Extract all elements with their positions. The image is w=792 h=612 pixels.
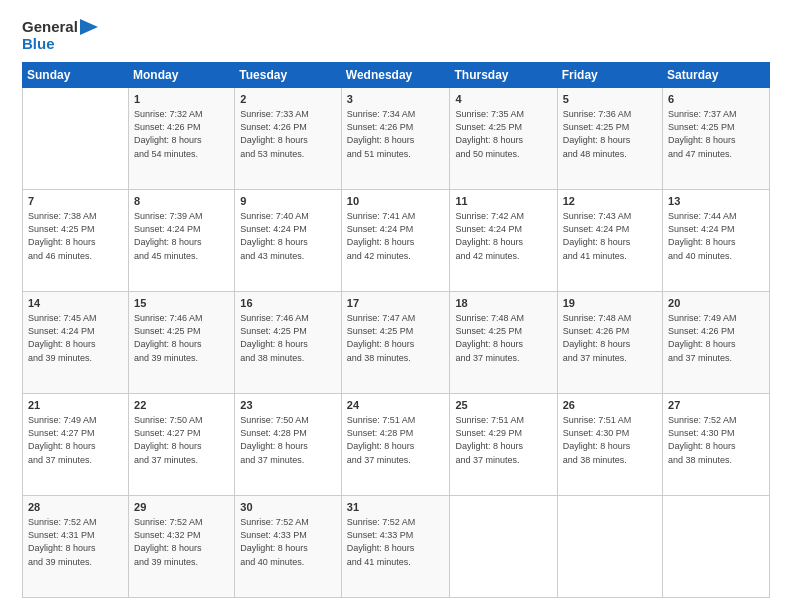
day-number: 9	[240, 194, 336, 209]
day-info: Sunrise: 7:41 AM Sunset: 4:24 PM Dayligh…	[347, 210, 445, 262]
day-number: 16	[240, 296, 336, 311]
day-cell	[450, 496, 557, 598]
day-number: 26	[563, 398, 657, 413]
day-cell: 21Sunrise: 7:49 AM Sunset: 4:27 PM Dayli…	[23, 394, 129, 496]
day-cell: 13Sunrise: 7:44 AM Sunset: 4:24 PM Dayli…	[663, 190, 770, 292]
day-info: Sunrise: 7:33 AM Sunset: 4:26 PM Dayligh…	[240, 108, 336, 160]
day-number: 30	[240, 500, 336, 515]
day-cell: 25Sunrise: 7:51 AM Sunset: 4:29 PM Dayli…	[450, 394, 557, 496]
day-cell: 30Sunrise: 7:52 AM Sunset: 4:33 PM Dayli…	[235, 496, 342, 598]
weekday-header-saturday: Saturday	[663, 63, 770, 88]
day-info: Sunrise: 7:52 AM Sunset: 4:32 PM Dayligh…	[134, 516, 229, 568]
day-number: 7	[28, 194, 123, 209]
day-number: 14	[28, 296, 123, 311]
day-info: Sunrise: 7:42 AM Sunset: 4:24 PM Dayligh…	[455, 210, 551, 262]
day-cell: 18Sunrise: 7:48 AM Sunset: 4:25 PM Dayli…	[450, 292, 557, 394]
day-info: Sunrise: 7:52 AM Sunset: 4:30 PM Dayligh…	[668, 414, 764, 466]
day-cell: 14Sunrise: 7:45 AM Sunset: 4:24 PM Dayli…	[23, 292, 129, 394]
day-cell: 10Sunrise: 7:41 AM Sunset: 4:24 PM Dayli…	[341, 190, 450, 292]
weekday-header-row: SundayMondayTuesdayWednesdayThursdayFrid…	[23, 63, 770, 88]
day-number: 21	[28, 398, 123, 413]
day-cell: 26Sunrise: 7:51 AM Sunset: 4:30 PM Dayli…	[557, 394, 662, 496]
day-number: 3	[347, 92, 445, 107]
day-info: Sunrise: 7:39 AM Sunset: 4:24 PM Dayligh…	[134, 210, 229, 262]
day-info: Sunrise: 7:50 AM Sunset: 4:28 PM Dayligh…	[240, 414, 336, 466]
weekday-header-friday: Friday	[557, 63, 662, 88]
weekday-header-monday: Monday	[129, 63, 235, 88]
weekday-header-tuesday: Tuesday	[235, 63, 342, 88]
day-cell	[557, 496, 662, 598]
day-info: Sunrise: 7:51 AM Sunset: 4:28 PM Dayligh…	[347, 414, 445, 466]
day-info: Sunrise: 7:47 AM Sunset: 4:25 PM Dayligh…	[347, 312, 445, 364]
day-number: 17	[347, 296, 445, 311]
logo-arrow-icon	[80, 19, 98, 35]
day-info: Sunrise: 7:32 AM Sunset: 4:26 PM Dayligh…	[134, 108, 229, 160]
day-cell: 11Sunrise: 7:42 AM Sunset: 4:24 PM Dayli…	[450, 190, 557, 292]
logo-text: General Blue	[22, 18, 98, 52]
day-info: Sunrise: 7:52 AM Sunset: 4:33 PM Dayligh…	[240, 516, 336, 568]
week-row-2: 7Sunrise: 7:38 AM Sunset: 4:25 PM Daylig…	[23, 190, 770, 292]
day-info: Sunrise: 7:46 AM Sunset: 4:25 PM Dayligh…	[240, 312, 336, 364]
day-number: 4	[455, 92, 551, 107]
day-number: 27	[668, 398, 764, 413]
day-cell: 5Sunrise: 7:36 AM Sunset: 4:25 PM Daylig…	[557, 88, 662, 190]
day-cell: 31Sunrise: 7:52 AM Sunset: 4:33 PM Dayli…	[341, 496, 450, 598]
day-info: Sunrise: 7:35 AM Sunset: 4:25 PM Dayligh…	[455, 108, 551, 160]
day-number: 13	[668, 194, 764, 209]
day-info: Sunrise: 7:46 AM Sunset: 4:25 PM Dayligh…	[134, 312, 229, 364]
day-number: 31	[347, 500, 445, 515]
day-info: Sunrise: 7:49 AM Sunset: 4:26 PM Dayligh…	[668, 312, 764, 364]
day-info: Sunrise: 7:48 AM Sunset: 4:25 PM Dayligh…	[455, 312, 551, 364]
day-cell: 12Sunrise: 7:43 AM Sunset: 4:24 PM Dayli…	[557, 190, 662, 292]
day-cell: 1Sunrise: 7:32 AM Sunset: 4:26 PM Daylig…	[129, 88, 235, 190]
day-number: 1	[134, 92, 229, 107]
day-info: Sunrise: 7:36 AM Sunset: 4:25 PM Dayligh…	[563, 108, 657, 160]
day-info: Sunrise: 7:34 AM Sunset: 4:26 PM Dayligh…	[347, 108, 445, 160]
svg-marker-0	[80, 19, 98, 35]
day-info: Sunrise: 7:48 AM Sunset: 4:26 PM Dayligh…	[563, 312, 657, 364]
day-info: Sunrise: 7:49 AM Sunset: 4:27 PM Dayligh…	[28, 414, 123, 466]
day-number: 2	[240, 92, 336, 107]
day-number: 28	[28, 500, 123, 515]
day-cell: 23Sunrise: 7:50 AM Sunset: 4:28 PM Dayli…	[235, 394, 342, 496]
day-cell: 16Sunrise: 7:46 AM Sunset: 4:25 PM Dayli…	[235, 292, 342, 394]
week-row-1: 1Sunrise: 7:32 AM Sunset: 4:26 PM Daylig…	[23, 88, 770, 190]
day-number: 5	[563, 92, 657, 107]
week-row-3: 14Sunrise: 7:45 AM Sunset: 4:24 PM Dayli…	[23, 292, 770, 394]
day-info: Sunrise: 7:51 AM Sunset: 4:29 PM Dayligh…	[455, 414, 551, 466]
day-number: 22	[134, 398, 229, 413]
day-info: Sunrise: 7:43 AM Sunset: 4:24 PM Dayligh…	[563, 210, 657, 262]
day-info: Sunrise: 7:52 AM Sunset: 4:33 PM Dayligh…	[347, 516, 445, 568]
day-cell: 4Sunrise: 7:35 AM Sunset: 4:25 PM Daylig…	[450, 88, 557, 190]
day-cell: 22Sunrise: 7:50 AM Sunset: 4:27 PM Dayli…	[129, 394, 235, 496]
day-number: 15	[134, 296, 229, 311]
page: General Blue SundayMondayTuesdayWednesda…	[0, 0, 792, 612]
day-info: Sunrise: 7:52 AM Sunset: 4:31 PM Dayligh…	[28, 516, 123, 568]
day-cell: 7Sunrise: 7:38 AM Sunset: 4:25 PM Daylig…	[23, 190, 129, 292]
day-number: 12	[563, 194, 657, 209]
day-cell: 6Sunrise: 7:37 AM Sunset: 4:25 PM Daylig…	[663, 88, 770, 190]
day-info: Sunrise: 7:50 AM Sunset: 4:27 PM Dayligh…	[134, 414, 229, 466]
day-number: 25	[455, 398, 551, 413]
calendar: SundayMondayTuesdayWednesdayThursdayFrid…	[22, 62, 770, 598]
day-cell: 29Sunrise: 7:52 AM Sunset: 4:32 PM Dayli…	[129, 496, 235, 598]
header: General Blue	[22, 18, 770, 52]
day-cell: 2Sunrise: 7:33 AM Sunset: 4:26 PM Daylig…	[235, 88, 342, 190]
day-number: 20	[668, 296, 764, 311]
day-number: 24	[347, 398, 445, 413]
day-info: Sunrise: 7:38 AM Sunset: 4:25 PM Dayligh…	[28, 210, 123, 262]
day-cell: 17Sunrise: 7:47 AM Sunset: 4:25 PM Dayli…	[341, 292, 450, 394]
day-number: 10	[347, 194, 445, 209]
day-info: Sunrise: 7:45 AM Sunset: 4:24 PM Dayligh…	[28, 312, 123, 364]
day-info: Sunrise: 7:51 AM Sunset: 4:30 PM Dayligh…	[563, 414, 657, 466]
day-number: 19	[563, 296, 657, 311]
day-cell: 24Sunrise: 7:51 AM Sunset: 4:28 PM Dayli…	[341, 394, 450, 496]
day-cell: 19Sunrise: 7:48 AM Sunset: 4:26 PM Dayli…	[557, 292, 662, 394]
logo-general: General	[22, 18, 78, 35]
day-info: Sunrise: 7:44 AM Sunset: 4:24 PM Dayligh…	[668, 210, 764, 262]
day-cell: 28Sunrise: 7:52 AM Sunset: 4:31 PM Dayli…	[23, 496, 129, 598]
weekday-header-thursday: Thursday	[450, 63, 557, 88]
day-cell: 3Sunrise: 7:34 AM Sunset: 4:26 PM Daylig…	[341, 88, 450, 190]
day-cell	[663, 496, 770, 598]
day-number: 23	[240, 398, 336, 413]
